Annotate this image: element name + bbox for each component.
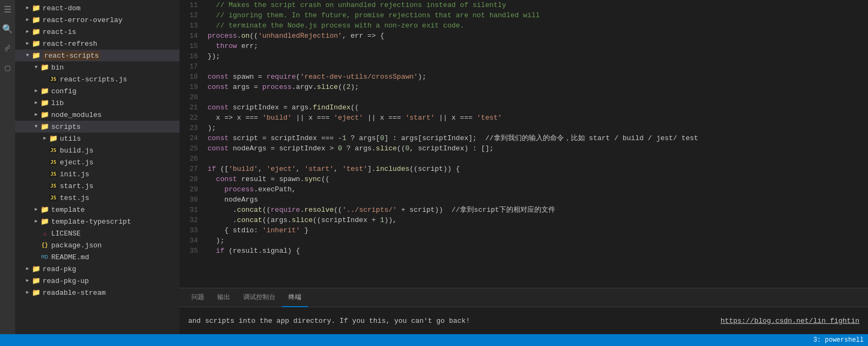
line-number: 17 bbox=[184, 61, 198, 72]
line-number: 20 bbox=[184, 92, 198, 102]
panel-link[interactable]: https://blog.csdn.net/lin_fightin bbox=[721, 317, 859, 325]
sidebar-item-config[interactable]: ► 📁 config bbox=[15, 85, 180, 97]
item-label: eject.js bbox=[60, 158, 93, 167]
sidebar-item-package.json[interactable]: {} package.json bbox=[15, 239, 180, 251]
arrow-icon: ► bbox=[24, 5, 31, 11]
sidebar-item-build.js[interactable]: JS build.js bbox=[15, 144, 180, 156]
file-icon: JS bbox=[49, 171, 58, 177]
code-line: const result = spawn.sync(( bbox=[208, 174, 868, 184]
sidebar-item-read-pkg-up[interactable]: ► 📁 read-pkg-up bbox=[15, 275, 180, 287]
code-line bbox=[208, 92, 868, 102]
code-line: x => x === 'build' || x === 'eject' || x… bbox=[208, 113, 868, 123]
sidebar-item-test.js[interactable]: JS test.js bbox=[15, 192, 180, 204]
file-icon: MD bbox=[40, 254, 50, 260]
code-line bbox=[208, 154, 868, 164]
file-icon: JS bbox=[49, 159, 58, 165]
code-line: ); bbox=[208, 236, 868, 246]
file-icon: 📁 bbox=[40, 63, 50, 72]
arrow-icon: ► bbox=[41, 136, 49, 141]
file-icon: JS bbox=[49, 76, 58, 82]
line-number: 13 bbox=[184, 20, 198, 31]
sidebar-item-lib[interactable]: ► 📁 lib bbox=[15, 97, 180, 109]
sidebar-item-react-scripts[interactable]: ▼ 📁 react-scripts bbox=[15, 50, 180, 61]
file-icon: 📁 bbox=[31, 27, 41, 36]
panel-text: and scripts into the app directory. If y… bbox=[188, 317, 470, 325]
item-label: react-refresh bbox=[43, 40, 97, 48]
file-icon: 📁 bbox=[31, 39, 41, 48]
sidebar-item-scripts[interactable]: ▼ 📁 scripts bbox=[15, 121, 180, 133]
file-icon: JS bbox=[49, 183, 58, 189]
sidebar-item-react-refresh[interactable]: ► 📁 react-refresh bbox=[15, 38, 180, 50]
explorer-icon[interactable]: ☰ bbox=[0, 2, 15, 17]
sidebar-item-react-error-overlay[interactable]: ► 📁 react-error-overlay bbox=[15, 14, 180, 26]
item-label: build.js bbox=[60, 147, 93, 155]
file-icon: 📁 bbox=[40, 205, 50, 214]
line-number: 27 bbox=[184, 164, 198, 174]
item-label: start.js bbox=[60, 182, 93, 190]
code-line: const nodeArgs = scriptIndex > 0 ? args.… bbox=[208, 143, 868, 154]
sidebar-item-react-scripts.js[interactable]: JS react-scripts.js bbox=[15, 73, 180, 85]
sidebar-item-read-pkg[interactable]: ► 📁 read-pkg bbox=[15, 263, 180, 275]
arrow-icon: ► bbox=[32, 219, 40, 224]
search-icon[interactable]: 🔍 bbox=[0, 22, 15, 37]
code-line: const script = scriptIndex === -1 ? args… bbox=[208, 133, 868, 143]
arrow-icon: ▼ bbox=[32, 124, 40, 129]
sidebar-item-react-dom[interactable]: ► 📁 react-dom bbox=[15, 2, 180, 14]
panel-tab-terminal[interactable]: 终端 bbox=[282, 288, 308, 307]
sidebar-item-bin[interactable]: ▼ 📁 bin bbox=[15, 61, 180, 73]
item-label: LICENSE bbox=[51, 230, 81, 238]
code-line: // ignoring them. In the future, promise… bbox=[208, 10, 868, 20]
arrow-icon: ▼ bbox=[32, 65, 40, 70]
panel-tab-problems[interactable]: 问题 bbox=[185, 288, 211, 307]
code-line: const spawn = require('react-dev-utils/c… bbox=[208, 72, 868, 82]
line-number: 30 bbox=[184, 195, 198, 205]
code-line: const args = process.argv.slice((2); bbox=[208, 82, 868, 92]
line-number: 31 bbox=[184, 205, 198, 215]
file-icon: 📁 bbox=[31, 4, 41, 12]
file-icon: {} bbox=[40, 243, 50, 248]
sidebar-item-LICENSE[interactable]: ⚠ LICENSE bbox=[15, 227, 180, 239]
line-number: 26 bbox=[184, 154, 198, 164]
item-label: template bbox=[51, 206, 85, 214]
file-icon: ⚠ bbox=[40, 230, 50, 237]
sidebar-item-eject.js[interactable]: JS eject.js bbox=[15, 156, 180, 168]
sidebar-item-readable-stream[interactable]: ► 📁 readable-stream bbox=[15, 287, 180, 299]
item-label: scripts bbox=[51, 123, 81, 131]
code-line: // terminate the Node.js process with a … bbox=[208, 20, 868, 31]
sidebar-item-utils[interactable]: ► 📁 utils bbox=[15, 133, 180, 144]
code-line: .concat((args.slice((scriptIndex + 1)), bbox=[208, 215, 868, 225]
item-label: test.js bbox=[60, 194, 89, 202]
extensions-icon[interactable]: ▢ bbox=[0, 60, 15, 75]
line-number: 12 bbox=[184, 10, 198, 20]
main-container: ☰ 🔍 ☍ ▢ ► 📁 react-dom ► 📁 react-error-ov… bbox=[0, 0, 868, 334]
status-right: 3: powershell bbox=[813, 336, 864, 344]
sidebar-item-template[interactable]: ► 📁 template bbox=[15, 204, 180, 216]
line-number: 25 bbox=[184, 143, 198, 154]
sidebar-item-node_modules[interactable]: ► 📁 node_modules bbox=[15, 109, 180, 121]
code-line: if (result.signal) { bbox=[208, 246, 868, 256]
code-line: .concat((require.resolve(('../scripts/' … bbox=[208, 205, 868, 215]
status-bar: 3: powershell bbox=[0, 334, 868, 346]
arrow-icon: ► bbox=[24, 278, 31, 283]
sidebar-item-README.md[interactable]: MD README.md bbox=[15, 251, 180, 263]
code-lines: // Makes the script crash on unhandled r… bbox=[202, 0, 868, 288]
file-icon: 📁 bbox=[31, 51, 41, 60]
file-icon: 📁 bbox=[40, 87, 50, 95]
arrow-icon: ► bbox=[32, 207, 40, 212]
item-label: lib bbox=[51, 99, 64, 107]
arrow-icon: ► bbox=[24, 41, 31, 46]
sidebar-item-init.js[interactable]: JS init.js bbox=[15, 168, 180, 180]
panel-tab-debug[interactable]: 调试控制台 bbox=[237, 288, 282, 307]
file-icon: 📁 bbox=[40, 110, 50, 119]
panel-tab-output[interactable]: 输出 bbox=[211, 288, 237, 307]
source-control-icon[interactable]: ☍ bbox=[0, 41, 15, 56]
code-line: if (['build', 'eject', 'start', 'test'].… bbox=[208, 164, 868, 174]
code-line: const scriptIndex = args.findIndex(( bbox=[208, 102, 868, 113]
file-icon: 📁 bbox=[31, 265, 41, 273]
sidebar-item-react-is[interactable]: ► 📁 react-is bbox=[15, 26, 180, 38]
code-line: process.on(('unhandledRejection', err =>… bbox=[208, 31, 868, 41]
sidebar-item-start.js[interactable]: JS start.js bbox=[15, 180, 180, 192]
arrow-icon: ► bbox=[24, 290, 31, 295]
sidebar-item-template-typescript[interactable]: ► 📁 template-typescript bbox=[15, 216, 180, 227]
editor-area: 1112131415161718192021222324252627282930… bbox=[180, 0, 868, 288]
